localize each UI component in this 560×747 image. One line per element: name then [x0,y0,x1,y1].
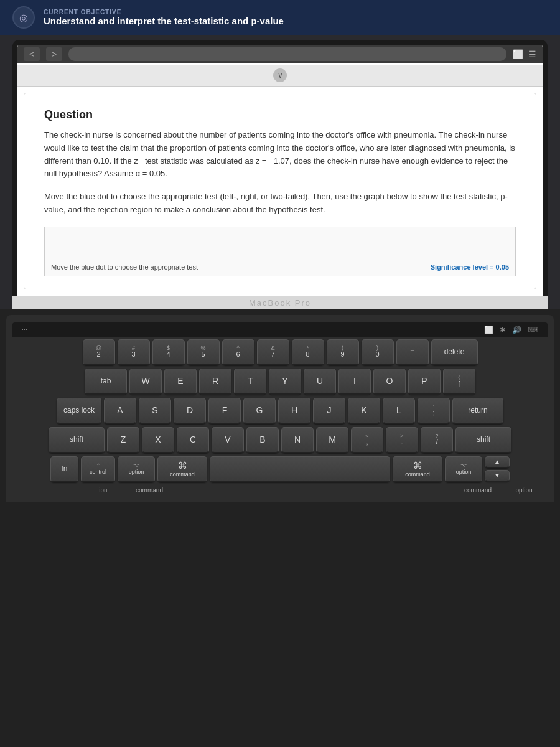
key-0[interactable]: )0 [362,339,394,365]
back-button[interactable]: < [24,47,40,61]
fn-key[interactable]: fn [50,456,78,482]
number-row: @2 #3 $4 %5 ^6 &7 *8 (9 [12,339,548,365]
key-h[interactable]: H [278,398,310,424]
key-6[interactable]: ^6 [222,339,254,365]
key-comma[interactable]: <, [351,427,383,453]
key-y[interactable]: Y [269,369,301,395]
forward-button[interactable]: > [46,47,62,61]
screen-content: < > ⬜ ☰ ∨ Question The check-in nurse is… [17,45,543,296]
key-e[interactable]: E [164,369,197,395]
key-c[interactable]: C [177,427,209,453]
key-g[interactable]: G [243,398,276,424]
macbook-label: MacBook Pro [12,296,548,309]
tb-screenshot[interactable]: ⬜ [484,326,493,334]
right-modifier-labels: command option [453,487,543,494]
key-v[interactable]: V [212,427,244,453]
key-l[interactable]: L [383,398,415,424]
touch-bar-right: ⬜ ✱ 🔊 ⌨ [484,326,538,334]
touch-bar: ⋯ ⬜ ✱ 🔊 ⌨ [12,322,548,337]
objective-text: CURRENT OBJECTIVE Understand and interpr… [44,9,284,26]
screenshot-icon[interactable]: ⬜ [513,49,523,59]
key-a[interactable]: A [104,398,136,424]
key-2[interactable]: @2 [83,339,115,365]
command-right-label: command [453,487,503,494]
control-left-key[interactable]: ⌃ control [81,456,115,482]
objective-icon: ◎ [12,6,35,29]
key-7[interactable]: &7 [257,339,289,365]
key-x[interactable]: X [142,427,174,453]
objective-bar: ◎ CURRENT OBJECTIVE Understand and inter… [0,0,560,35]
key-z[interactable]: Z [107,427,139,453]
key-8[interactable]: *8 [292,339,324,365]
arrow-up-key[interactable]: ▲ [485,456,510,468]
zxcv-row: shift Z X C V B N M <, >. ?/ shift [12,427,548,453]
command-left-key[interactable]: ⌘ command [157,456,207,482]
objective-label: CURRENT OBJECTIVE [44,9,284,16]
delete-key[interactable]: delete [431,339,478,365]
option-right-label: option [505,487,543,494]
space-bar[interactable] [210,456,390,482]
key-n[interactable]: N [281,427,314,453]
key-m[interactable]: M [316,427,348,453]
key-4[interactable]: $4 [152,339,185,365]
key-3[interactable]: #3 [118,339,150,365]
key-u[interactable]: U [304,369,336,395]
asdf-row: caps lock A S D F G H J K L :; return [12,398,548,424]
address-bar[interactable] [68,47,506,61]
key-t[interactable]: T [234,369,266,395]
key-colon[interactable]: :; [418,398,450,424]
question-body: The check-in nurse is concerned about th… [44,129,516,181]
content-area: Question The check-in nurse is concerned… [24,93,536,289]
key-j[interactable]: J [313,398,345,424]
key-slash[interactable]: ?/ [421,427,453,453]
objective-title: Understand and interpret the test-statis… [44,16,284,26]
option-right-key[interactable]: ⌥ option [445,456,482,482]
qwerty-row: tab W E R T Y U I O P {[ [12,369,548,395]
key-k[interactable]: K [348,398,380,424]
graph-area[interactable]: Move the blue dot to choose the appropri… [44,227,516,276]
key-5[interactable]: %5 [187,339,220,365]
bottom-label-row: ion command command option [12,486,548,496]
left-modifier-labels: ion command [17,487,174,494]
chevron-bar: ∨ [17,65,543,87]
graph-label-left: Move the blue dot to choose the appropri… [51,263,198,271]
tb-prev[interactable]: ⋯ [22,327,27,333]
keyboard-inner: ⋯ ⬜ ✱ 🔊 ⌨ @2 #3 $4 %5 ^6 [6,315,554,502]
key-period[interactable]: >. [386,427,418,453]
chevron-down-icon[interactable]: ∨ [273,68,287,82]
key-s[interactable]: S [139,398,171,424]
return-key[interactable]: return [452,398,503,424]
tb-end[interactable]: ⌨ [528,326,538,334]
key-o[interactable]: O [373,369,406,395]
key-i[interactable]: I [338,369,371,395]
tb-volume[interactable]: 🔊 [512,326,521,334]
bottom-row: fn ⌃ control ⌥ option ⌘ command ⌘ comman… [12,456,548,482]
shift-right-key[interactable]: shift [455,427,511,453]
key-9[interactable]: (9 [327,339,359,365]
key-f[interactable]: F [208,398,241,424]
key-r[interactable]: R [199,369,231,395]
arrow-down-key[interactable]: ▼ [485,470,510,482]
caps-lock-key[interactable]: caps lock [57,398,101,424]
key-minus[interactable]: _- [396,339,429,365]
tab-key[interactable]: tab [85,369,127,395]
nav-icons: ⬜ ☰ [513,49,536,59]
shift-left-key[interactable]: shift [49,427,105,453]
tb-asterisk[interactable]: ✱ [500,326,506,334]
key-p[interactable]: P [408,369,441,395]
command-left-label: command [124,487,174,494]
key-d[interactable]: D [174,398,206,424]
arrow-keys: ▲ ▼ [485,456,510,482]
browser-nav-bar: < > ⬜ ☰ [17,45,543,63]
keyboard: ⋯ ⬜ ✱ 🔊 ⌨ @2 #3 $4 %5 ^6 [0,309,560,747]
option-left-key[interactable]: ⌥ option [118,456,155,482]
graph-label-right: Significance level = 0.05 [431,263,509,271]
key-b[interactable]: B [246,427,279,453]
instruction-text: Move the blue dot to choose the appropri… [44,190,516,217]
command-right-key[interactable]: ⌘ command [393,456,442,482]
menu-icon[interactable]: ☰ [528,49,536,59]
option-left-label: ion [85,487,122,494]
key-bracket-open[interactable]: {[ [443,369,475,395]
screen-bezel: < > ⬜ ☰ ∨ Question The check-in nurse is… [12,40,548,296]
key-w[interactable]: W [129,369,162,395]
